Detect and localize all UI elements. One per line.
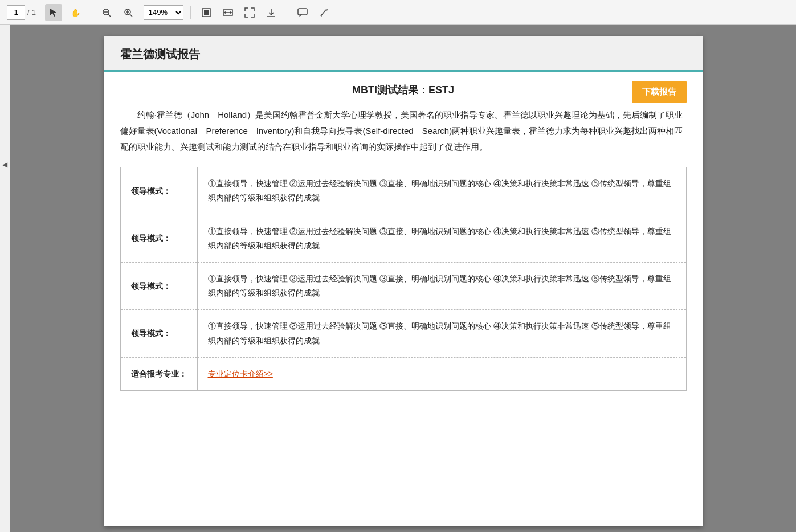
row-label: 领导模式： bbox=[120, 215, 197, 262]
sidebar-collapse-toggle[interactable]: ◀ bbox=[1, 161, 9, 169]
row-content: ①直接领导，快速管理 ②运用过去经验解决问题 ③直接、明确地识别问题的核心 ④决… bbox=[197, 167, 686, 215]
row-label: 领导模式： bbox=[120, 263, 197, 310]
toolbar-divider-2 bbox=[190, 6, 191, 19]
pen-button[interactable] bbox=[316, 4, 333, 21]
page-number-input[interactable] bbox=[7, 5, 25, 20]
full-screen-button[interactable] bbox=[241, 4, 258, 21]
zoom-out-icon bbox=[102, 8, 111, 17]
zoom-in-icon bbox=[124, 8, 133, 17]
row-label: 领导模式： bbox=[120, 310, 197, 357]
svg-rect-10 bbox=[204, 10, 209, 15]
report-body: 下载报告 MBTI测试结果：ESTJ 约翰·霍兰德（John Holland）是… bbox=[104, 72, 703, 402]
hand-tool-button[interactable]: ✋ bbox=[67, 4, 84, 21]
page-navigation: / 1 bbox=[7, 5, 36, 20]
table-row: 领导模式：①直接领导，快速管理 ②运用过去经验解决问题 ③直接、明确地识别问题的… bbox=[120, 263, 686, 310]
zoom-group: 50% 75% 100% 125% 149% 200% bbox=[144, 5, 183, 20]
report-table: 领导模式：①直接领导，快速管理 ②运用过去经验解决问题 ③直接、明确地识别问题的… bbox=[120, 167, 687, 391]
table-row: 领导模式：①直接领导，快速管理 ②运用过去经验解决问题 ③直接、明确地识别问题的… bbox=[120, 167, 686, 215]
cursor-icon bbox=[49, 8, 58, 17]
toolbar-divider-3 bbox=[287, 6, 287, 19]
download-report-button[interactable]: 下载报告 bbox=[632, 81, 687, 103]
comment-button[interactable] bbox=[294, 4, 311, 21]
row-label: 适合报考专业： bbox=[120, 357, 197, 390]
row-content[interactable]: 专业定位卡介绍>> bbox=[197, 357, 686, 390]
report-description: 约翰·霍兰德（John Holland）是美国约翰霍普金斯大学心理学教授，美国著… bbox=[120, 107, 687, 154]
hand-icon: ✋ bbox=[71, 8, 80, 17]
row-label: 领导模式： bbox=[120, 167, 197, 215]
comment-icon bbox=[297, 7, 308, 18]
table-row: 适合报考专业：专业定位卡介绍>> bbox=[120, 357, 686, 390]
toolbar: / 1 ✋ 50% 75% 100% 125% bbox=[0, 0, 796, 25]
fit-width-button[interactable] bbox=[219, 4, 236, 21]
pen-icon bbox=[319, 7, 329, 18]
download-icon bbox=[266, 7, 276, 18]
page-separator: / bbox=[27, 8, 30, 17]
svg-marker-0 bbox=[50, 9, 56, 17]
svg-rect-17 bbox=[298, 9, 307, 15]
mbti-result: MBTI测试结果：ESTJ bbox=[120, 83, 687, 97]
report-title: 霍兰德测试报告 bbox=[120, 48, 200, 60]
toolbar-divider-1 bbox=[91, 6, 91, 19]
cursor-tool-button[interactable] bbox=[45, 4, 62, 21]
download-tool-button[interactable] bbox=[263, 4, 280, 21]
svg-line-8 bbox=[130, 14, 132, 17]
table-row: 领导模式：①直接领导，快速管理 ②运用过去经验解决问题 ③直接、明确地识别问题的… bbox=[120, 310, 686, 357]
fit-page-icon bbox=[201, 7, 211, 18]
pdf-viewer[interactable]: 霍兰德测试报告 下载报告 MBTI测试结果：ESTJ 约翰·霍兰德（John H… bbox=[10, 25, 796, 532]
report-header: 霍兰德测试报告 bbox=[104, 36, 703, 72]
zoom-select[interactable]: 50% 75% 100% 125% 149% 200% bbox=[144, 5, 183, 20]
row-content: ①直接领导，快速管理 ②运用过去经验解决问题 ③直接、明确地识别问题的核心 ④决… bbox=[197, 263, 686, 310]
svg-text:✋: ✋ bbox=[71, 9, 80, 17]
zoom-in-button[interactable] bbox=[120, 4, 137, 21]
main-area: ◀ 霍兰德测试报告 下载报告 MBTI测试结果：ESTJ 约翰·霍兰德（John… bbox=[0, 25, 796, 532]
svg-line-4 bbox=[108, 14, 111, 17]
page-total: 1 bbox=[32, 8, 36, 17]
fit-page-button[interactable] bbox=[198, 4, 215, 21]
major-positioning-link[interactable]: 专业定位卡介绍>> bbox=[208, 369, 273, 378]
table-row: 领导模式：①直接领导，快速管理 ②运用过去经验解决问题 ③直接、明确地识别问题的… bbox=[120, 215, 686, 262]
mbti-value: ESTJ bbox=[428, 84, 454, 96]
zoom-out-button[interactable] bbox=[98, 4, 115, 21]
pdf-page: 霍兰德测试报告 下载报告 MBTI测试结果：ESTJ 约翰·霍兰德（John H… bbox=[104, 36, 703, 526]
sidebar: ◀ bbox=[0, 25, 10, 532]
row-content: ①直接领导，快速管理 ②运用过去经验解决问题 ③直接、明确地识别问题的核心 ④决… bbox=[197, 215, 686, 262]
row-content: ①直接领导，快速管理 ②运用过去经验解决问题 ③直接、明确地识别问题的核心 ④决… bbox=[197, 310, 686, 357]
mbti-label: MBTI测试结果： bbox=[352, 84, 428, 96]
fit-width-icon bbox=[223, 7, 233, 18]
full-screen-icon bbox=[244, 7, 255, 18]
svg-line-18 bbox=[321, 10, 326, 16]
